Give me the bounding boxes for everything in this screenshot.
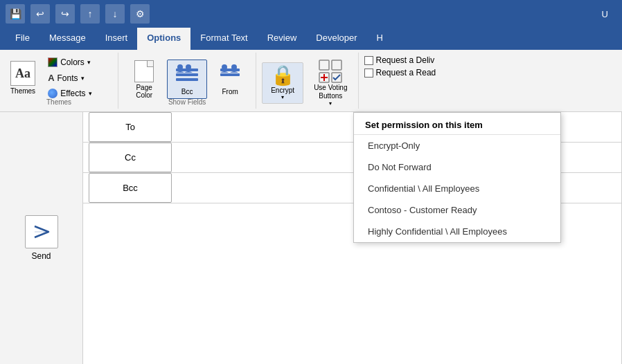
- tab-options[interactable]: Options: [137, 28, 190, 50]
- encrypt-label: Encrypt: [271, 87, 294, 94]
- title-bar: 💾 ↩ ↪ ↑ ↓ ⚙ U: [0, 0, 622, 28]
- from-button[interactable]: From: [210, 60, 250, 99]
- voting-buttons-button[interactable]: Use VotingButtons ▾: [309, 55, 352, 110]
- themes-button[interactable]: Aa Themes: [6, 57, 40, 98]
- ribbon-group-show-fields: PageColor Bcc: [118, 53, 256, 109]
- customize-icon[interactable]: ⚙: [130, 4, 150, 24]
- show-fields-group-label: Show Fields: [118, 98, 256, 106]
- to-button[interactable]: To: [89, 112, 172, 142]
- tab-insert[interactable]: Insert: [96, 28, 138, 50]
- lock-icon: 🔒: [271, 66, 295, 85]
- read-label: Request a Read: [376, 68, 436, 78]
- fonts-icon: A: [48, 73, 54, 83]
- tracking-checkboxes: Request a Deliv Request a Read: [364, 55, 436, 89]
- title-bar-text: U: [602, 9, 608, 19]
- send-icon: [25, 215, 58, 248]
- fonts-chevron: ▾: [81, 75, 85, 82]
- svg-rect-2: [176, 78, 198, 81]
- ribbon: Aa Themes Colors ▾ A Fonts ▾ Effects ▾: [0, 50, 622, 112]
- effects-icon: [48, 89, 57, 98]
- redo-icon[interactable]: ↪: [55, 4, 75, 24]
- themes-group-label: Themes: [0, 98, 118, 106]
- tab-more[interactable]: H: [367, 28, 393, 50]
- undo-icon[interactable]: ↩: [30, 4, 50, 24]
- bcc-label: Bcc: [181, 88, 193, 95]
- fonts-label: Fonts: [57, 73, 78, 83]
- svg-point-4: [186, 64, 191, 70]
- encrypt-dropdown: Set permission on this item Encrypt-Only…: [353, 112, 561, 243]
- voting-svg: [318, 59, 343, 84]
- tab-message[interactable]: Message: [39, 28, 96, 50]
- svg-point-7: [222, 64, 227, 70]
- effects-label: Effects: [60, 89, 85, 98]
- bcc-svg: [175, 63, 199, 88]
- svg-point-8: [231, 64, 237, 70]
- delivery-receipt-checkbox[interactable]: Request a Deliv: [364, 55, 436, 65]
- tab-format-text[interactable]: Format Text: [190, 28, 257, 50]
- page-color-icon: [132, 59, 157, 84]
- page-color-label: PageColor: [136, 84, 152, 99]
- body: Send To Cc Bcc Set permission on this it…: [0, 112, 622, 364]
- theme-side-buttons: Colors ▾ A Fonts ▾ Effects ▾: [43, 55, 112, 100]
- send-panel: Send: [0, 112, 83, 364]
- themes-btn-label: Themes: [10, 87, 35, 95]
- dropdown-item-encrypt-only[interactable]: Encrypt-Only: [354, 135, 560, 156]
- colors-chevron: ▾: [87, 59, 91, 66]
- page-color-doc: [134, 60, 154, 82]
- bcc-field-button[interactable]: Bcc: [89, 173, 172, 203]
- tab-review[interactable]: Review: [258, 28, 307, 50]
- colors-icon: [48, 57, 57, 67]
- fonts-button[interactable]: A Fonts ▾: [43, 71, 112, 85]
- send-button[interactable]: Send: [25, 215, 58, 261]
- bcc-button[interactable]: Bcc: [167, 60, 207, 99]
- encrypt-chevron: ▾: [281, 94, 284, 100]
- dropdown-item-contoso-customer-ready[interactable]: Contoso - Customer Ready: [354, 199, 560, 221]
- from-svg: [217, 63, 242, 88]
- down-icon[interactable]: ↓: [105, 4, 125, 24]
- svg-point-3: [177, 64, 183, 70]
- up-icon[interactable]: ↑: [80, 4, 100, 24]
- dropdown-item-confidential-all[interactable]: Confidential \ All Employees: [354, 178, 560, 199]
- read-receipt-checkbox[interactable]: Request a Read: [364, 68, 436, 78]
- svg-rect-9: [319, 60, 329, 70]
- tab-file[interactable]: File: [6, 28, 39, 50]
- ribbon-group-tracking: Request a Deliv Request a Read: [359, 53, 442, 109]
- effects-chevron: ▾: [89, 90, 92, 97]
- voting-chevron: ▾: [329, 100, 332, 107]
- page-color-button[interactable]: PageColor: [124, 55, 164, 102]
- dropdown-item-highly-confidential[interactable]: Highly Confidential \ All Employees: [354, 221, 560, 242]
- cc-button[interactable]: Cc: [89, 143, 172, 172]
- delivery-checkbox-box[interactable]: [364, 56, 373, 65]
- from-icon: [217, 63, 242, 88]
- svg-rect-10: [332, 60, 341, 70]
- colors-label: Colors: [60, 57, 85, 67]
- themes-icon: Aa: [10, 61, 35, 86]
- send-label: Send: [31, 251, 51, 261]
- from-label: From: [222, 88, 238, 95]
- read-checkbox-box[interactable]: [364, 69, 373, 78]
- encrypt-button[interactable]: 🔒 Encrypt ▾: [262, 62, 303, 104]
- delivery-label: Request a Deliv: [376, 55, 435, 65]
- svg-rect-6: [220, 73, 240, 76]
- dropdown-header: Set permission on this item: [354, 113, 560, 135]
- svg-rect-1: [176, 73, 198, 76]
- bcc-icon: [175, 63, 199, 88]
- ribbon-group-themes: Aa Themes Colors ▾ A Fonts ▾ Effects ▾: [0, 53, 118, 109]
- ribbon-group-permissions: 🔒 Encrypt ▾ Use VotingButtons ▾: [256, 53, 358, 109]
- dropdown-item-do-not-forward[interactable]: Do Not Forward: [354, 156, 560, 178]
- save-icon[interactable]: 💾: [6, 4, 25, 24]
- colors-button[interactable]: Colors ▾: [43, 55, 112, 69]
- tab-developer[interactable]: Developer: [306, 28, 366, 50]
- ribbon-tabs: File Message Insert Options Format Text …: [0, 28, 622, 50]
- voting-label: Use VotingButtons: [314, 84, 347, 100]
